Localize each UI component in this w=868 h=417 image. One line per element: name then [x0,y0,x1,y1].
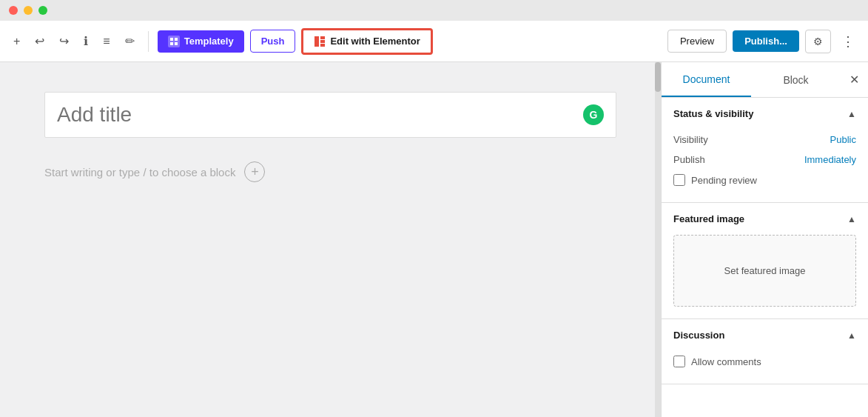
visibility-value[interactable]: Public [830,134,856,145]
status-chevron-icon: ▲ [847,109,856,119]
redo-button[interactable]: ↪ [55,30,73,53]
publish-row: Publish Immediately [673,150,856,170]
pending-review-checkbox[interactable] [673,174,685,186]
set-featured-image-button[interactable]: Set featured image [673,235,856,307]
discussion-chevron-icon: ▲ [847,330,856,341]
allow-comments-row: Allow comments [673,351,856,372]
featured-image-body: Set featured image [662,235,868,318]
elementor-icon [314,36,326,47]
edit-with-elementor-button[interactable]: Edit with Elementor [301,28,432,55]
maximize-button[interactable] [38,6,47,15]
undo-button[interactable]: ↩ [30,30,49,53]
publish-value[interactable]: Immediately [804,154,856,165]
minimize-button[interactable] [24,6,33,15]
featured-image-title: Featured image [673,213,744,224]
svg-rect-0 [168,36,180,47]
pen-button[interactable]: ✏ [121,30,139,53]
status-visibility-header[interactable]: Status & visibility ▲ [662,98,868,130]
add-button[interactable]: + [9,30,24,53]
editor-area[interactable]: G Start writing or type / to choose a bl… [0,62,661,417]
status-visibility-title: Status & visibility [673,108,753,119]
svg-rect-1 [314,36,319,47]
visibility-label: Visibility [673,134,708,145]
body-placeholder: Start writing or type / to choose a bloc… [44,166,235,179]
discussion-section: Discussion ▲ Allow comments [662,319,868,384]
list-button[interactable]: ≡ [98,30,114,53]
sidebar: Document Block ✕ Status & visibility ▲ V… [661,62,868,417]
status-visibility-body: Visibility Public Publish Immediately Pe… [662,130,868,202]
featured-image-chevron-icon: ▲ [847,214,856,224]
close-button[interactable] [9,6,18,15]
allow-comments-checkbox[interactable] [673,356,685,367]
tab-document[interactable]: Document [662,62,751,97]
titlebar [0,0,868,21]
status-visibility-section: Status & visibility ▲ Visibility Public … [662,98,868,203]
templately-icon [168,36,180,47]
editor-content: G Start writing or type / to choose a bl… [44,92,616,188]
main-layout: G Start writing or type / to choose a bl… [0,62,868,417]
templately-button[interactable]: Templately [158,30,244,53]
scrollbar-track[interactable] [655,62,661,417]
sidebar-tabs: Document Block ✕ [662,62,868,98]
push-button[interactable]: Push [250,30,296,53]
pending-review-label: Pending review [691,175,757,186]
visibility-row: Visibility Public [673,130,856,150]
publish-label: Publish [673,154,705,165]
title-wrapper[interactable]: G [44,92,616,138]
tab-block[interactable]: Block [751,62,841,97]
svg-rect-2 [320,36,325,39]
publish-button[interactable]: Publish... [733,30,799,52]
more-options-button[interactable]: ⋮ [837,30,859,53]
divider [148,31,149,52]
toolbar: + ↩ ↪ ℹ ≡ ✏ Templately Push Edit with El… [0,21,868,62]
grammarly-icon: G [583,104,604,125]
discussion-title: Discussion [673,330,724,341]
body-area: Start writing or type / to choose a bloc… [44,156,616,188]
scrollbar-thumb[interactable] [655,62,661,92]
discussion-body: Allow comments [662,351,868,384]
featured-image-header[interactable]: Featured image ▲ [662,203,868,235]
settings-button[interactable]: ⚙ [805,30,831,53]
sidebar-close-button[interactable]: ✕ [841,62,868,97]
title-input[interactable] [57,103,577,127]
pending-review-row: Pending review [673,170,856,190]
discussion-header[interactable]: Discussion ▲ [662,319,868,351]
add-block-button[interactable]: + [244,161,265,182]
preview-button[interactable]: Preview [667,30,727,53]
svg-rect-4 [320,44,325,47]
info-button[interactable]: ℹ [79,30,92,53]
allow-comments-label: Allow comments [691,356,761,367]
featured-image-section: Featured image ▲ Set featured image [662,203,868,319]
svg-rect-3 [320,40,325,43]
